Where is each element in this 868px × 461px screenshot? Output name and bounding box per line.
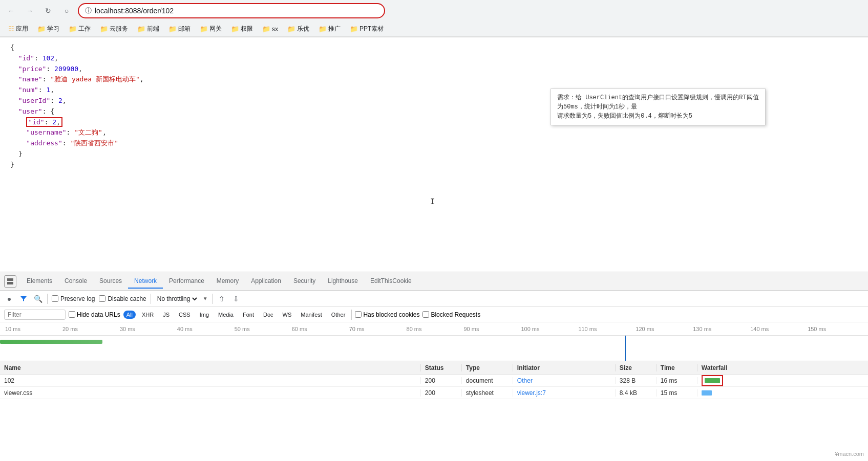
folder-icon: 📁 xyxy=(287,25,295,33)
bookmark-sx[interactable]: 📁 sx xyxy=(258,24,282,34)
timeline-100ms: 100 ms xyxy=(520,326,577,332)
export-button[interactable]: ⇩ xyxy=(231,294,241,304)
separator3 xyxy=(212,294,213,304)
has-blocked-cookies-checkbox[interactable]: Has blocked cookies xyxy=(355,311,419,318)
chevron-down-icon: ▼ xyxy=(203,296,208,301)
row-name: 102 xyxy=(0,377,421,384)
devtools-toggle-icon[interactable] xyxy=(4,275,16,288)
reload-button[interactable]: ↻ xyxy=(41,4,55,18)
filter-type-font[interactable]: Font xyxy=(240,311,257,319)
devtools-panel: Elements Console Sources Network Perform… xyxy=(0,272,868,461)
filter-type-media[interactable]: Media xyxy=(215,311,237,319)
bookmark-permissions[interactable]: 📁 权限 xyxy=(227,23,257,35)
svg-rect-0 xyxy=(7,278,13,281)
bookmark-study[interactable]: 📁 学习 xyxy=(33,23,63,35)
filter-type-manifest[interactable]: Manifest xyxy=(298,311,325,319)
timeline-10ms: 10 ms xyxy=(4,326,61,332)
filter-type-other[interactable]: Other xyxy=(328,311,349,319)
bookmark-gateway[interactable]: 📁 网关 xyxy=(196,23,226,35)
has-blocked-cookies-input[interactable] xyxy=(355,311,362,318)
bookmarks-bar: ☷ 应用 📁 学习 📁 工作 📁 云服务 📁 前端 📁 邮箱 📁 网关 📁 xyxy=(0,21,868,37)
filter-type-css[interactable]: CSS xyxy=(176,311,194,319)
network-table-header: Name Status Type Initiator Size Time Wat… xyxy=(0,361,868,375)
back-button[interactable]: ← xyxy=(4,4,18,18)
filter-type-ws[interactable]: WS xyxy=(280,311,295,319)
tab-network[interactable]: Network xyxy=(128,274,163,289)
bookmark-label: 应用 xyxy=(16,25,28,33)
row-size: 328 B xyxy=(616,377,657,384)
row-time: 15 ms xyxy=(657,389,697,397)
filter-input[interactable] xyxy=(4,310,66,320)
tab-security[interactable]: Security xyxy=(287,274,322,289)
text-cursor: I xyxy=(430,196,435,209)
filter-button[interactable] xyxy=(18,294,29,304)
disable-cache-input[interactable] xyxy=(99,295,105,302)
home-button[interactable]: ○ xyxy=(59,4,74,18)
throttle-select[interactable]: No throttling xyxy=(155,295,199,303)
folder-icon: 📁 xyxy=(137,25,145,33)
preserve-log-checkbox[interactable]: Preserve log xyxy=(52,295,95,302)
timeline-110ms: 110 ms xyxy=(577,326,634,332)
bookmark-frontend[interactable]: 📁 前端 xyxy=(133,23,163,35)
import-button[interactable]: ⇧ xyxy=(217,294,227,304)
disable-cache-checkbox[interactable]: Disable cache xyxy=(99,295,146,302)
tab-memory[interactable]: Memory xyxy=(210,274,245,289)
forward-button[interactable]: → xyxy=(23,4,37,18)
folder-icon: 📁 xyxy=(319,25,327,33)
row-type: stylesheet xyxy=(462,389,513,397)
devtools-tabs: Elements Console Sources Network Perform… xyxy=(0,272,868,291)
preserve-log-input[interactable] xyxy=(52,295,58,302)
timeline-cursor-line xyxy=(625,336,626,361)
tab-lighthouse[interactable]: Lighthouse xyxy=(322,274,364,289)
bookmark-label: 权限 xyxy=(241,25,253,33)
row-status: 200 xyxy=(421,377,462,384)
blocked-requests-input[interactable] xyxy=(422,311,429,318)
bookmark-email[interactable]: 📁 邮箱 xyxy=(164,23,195,35)
hide-data-urls-label: Hide data URLs xyxy=(77,311,120,318)
tooltip-line1: 需求：给 UserClient的查询用户接口口设置降级规则，慢调用的RT阈值为5… xyxy=(557,94,759,111)
filter-type-doc[interactable]: Doc xyxy=(260,311,277,319)
table-row[interactable]: viewer.css 200 stylesheet viewer.js:7 8.… xyxy=(0,387,868,399)
bookmark-cloud[interactable]: 📁 云服务 xyxy=(96,23,132,35)
nav-bar: ← → ↻ ○ ⓘ xyxy=(0,0,868,21)
bookmark-label: 乐优 xyxy=(297,25,309,33)
separator xyxy=(47,294,48,304)
preserve-log-label: Preserve log xyxy=(60,295,95,302)
header-waterfall: Waterfall xyxy=(697,364,868,371)
timeline-green-bar xyxy=(0,340,102,344)
url-input[interactable] xyxy=(95,7,378,15)
row-initiator[interactable]: viewer.js:7 xyxy=(513,389,616,397)
tab-elements[interactable]: Elements xyxy=(20,274,58,289)
watermark: ¥macn.com xyxy=(835,451,864,457)
bookmark-label: 邮箱 xyxy=(178,25,190,33)
filter-type-img[interactable]: Img xyxy=(197,311,212,319)
svg-rect-1 xyxy=(7,282,13,284)
bookmark-promote[interactable]: 📁 推广 xyxy=(314,23,345,35)
hide-data-urls-checkbox[interactable]: Hide data URLs xyxy=(69,311,120,318)
tab-performance[interactable]: Performance xyxy=(163,274,210,289)
address-bar[interactable]: ⓘ xyxy=(78,3,385,18)
bookmark-apps[interactable]: ☷ 应用 xyxy=(4,23,32,35)
bookmark-label: 云服务 xyxy=(110,25,128,33)
stop-recording-button[interactable]: ● xyxy=(4,294,14,304)
filter-type-xhr[interactable]: XHR xyxy=(139,311,157,319)
header-initiator: Initiator xyxy=(513,364,616,371)
waterfall-highlight-box xyxy=(702,375,723,386)
tab-sources[interactable]: Sources xyxy=(93,274,128,289)
search-button[interactable]: 🔍 xyxy=(33,294,43,304)
bookmark-work[interactable]: 📁 工作 xyxy=(65,23,95,35)
tab-console[interactable]: Console xyxy=(58,274,93,289)
blocked-requests-label: Blocked Requests xyxy=(431,311,480,318)
row-name: viewer.css xyxy=(0,389,421,397)
hide-data-urls-input[interactable] xyxy=(69,311,75,318)
tab-editthiscookie[interactable]: EditThisCookie xyxy=(364,274,418,289)
timeline-150ms: 150 ms xyxy=(807,326,864,332)
table-row[interactable]: 102 200 document Other 328 B 16 ms xyxy=(0,375,868,387)
tab-application[interactable]: Application xyxy=(245,274,287,289)
apps-icon: ☷ xyxy=(8,25,14,33)
blocked-requests-checkbox[interactable]: Blocked Requests xyxy=(422,311,480,318)
bookmark-ppt[interactable]: 📁 PPT素材 xyxy=(346,23,388,35)
filter-type-all[interactable]: All xyxy=(123,311,136,319)
bookmark-leyou[interactable]: 📁 乐优 xyxy=(283,23,313,35)
filter-type-js[interactable]: JS xyxy=(160,311,173,319)
